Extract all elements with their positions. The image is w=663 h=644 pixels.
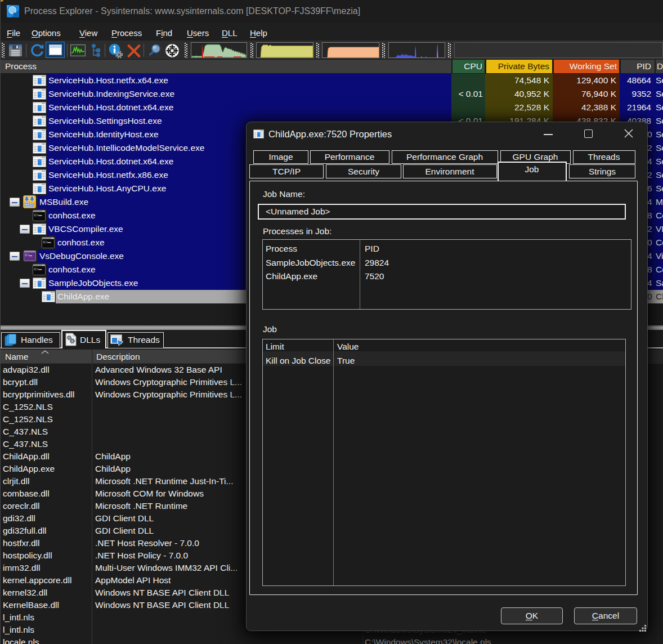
svg-text:C:\: C:\	[25, 253, 30, 257]
svg-text:C:\: C:\	[43, 240, 48, 244]
svg-text:C:\: C:\	[34, 267, 39, 271]
svg-text:C:\: C:\	[34, 213, 39, 217]
